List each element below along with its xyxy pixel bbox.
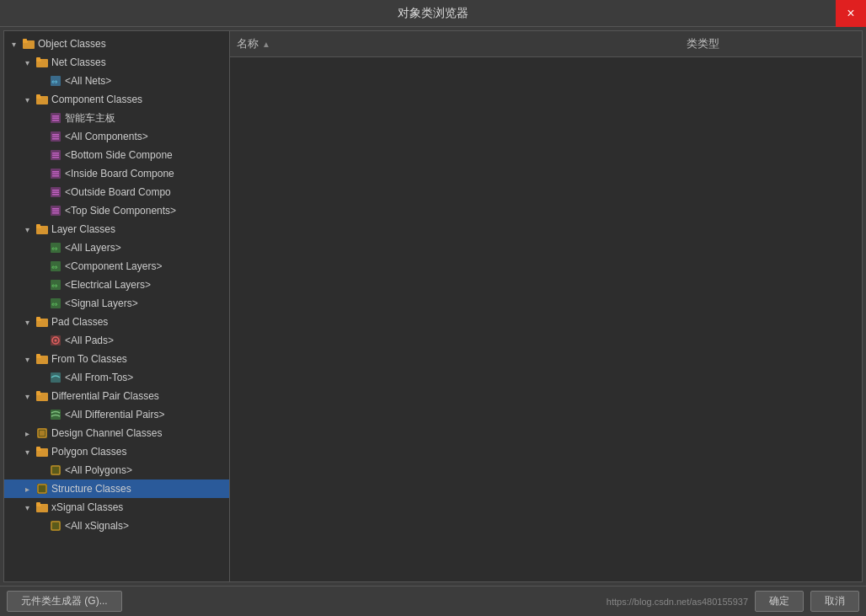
tree-item[interactable]: <All From-Tos> — [4, 368, 229, 387]
tree-item[interactable]: <All Differential Pairs> — [4, 405, 229, 424]
svg-rect-20 — [52, 153, 59, 154]
svg-rect-68 — [37, 484, 47, 494]
tree-item[interactable]: ▾ Net Classes — [4, 53, 229, 72]
tree-item-label: Pad Classes — [51, 316, 108, 328]
expand-icon[interactable] — [35, 520, 46, 532]
tree-item-label: Differential Pair Classes — [51, 390, 159, 402]
svg-rect-14 — [52, 120, 59, 121]
footer-left: 元件类生成器 (G)... — [7, 591, 122, 612]
tree-item-label: <Bottom Side Compone — [65, 149, 173, 161]
expand-icon[interactable] — [35, 335, 46, 346]
expand-icon[interactable]: ▾ — [8, 38, 19, 50]
tree-item[interactable]: <All xSignals> — [4, 517, 229, 535]
expand-icon[interactable]: ▾ — [21, 390, 33, 402]
expand-icon[interactable]: ▾ — [21, 94, 33, 105]
expand-icon[interactable] — [35, 75, 46, 87]
expand-icon[interactable]: ▸ — [21, 483, 33, 495]
svg-rect-29 — [52, 192, 59, 194]
tree-item[interactable]: ⇔ <All Layers> — [4, 238, 229, 257]
confirm-button[interactable]: 确定 — [755, 591, 804, 612]
svg-rect-72 — [36, 502, 40, 505]
tree-item[interactable]: ▸ Design Channel Classes — [4, 424, 229, 442]
svg-rect-18 — [52, 138, 59, 140]
svg-rect-28 — [52, 190, 59, 191]
expand-icon[interactable] — [35, 260, 46, 272]
svg-rect-13 — [52, 118, 59, 120]
expand-icon[interactable] — [35, 205, 46, 217]
tree-item[interactable]: <Bottom Side Compone — [4, 146, 229, 164]
generator-button[interactable]: 元件类生成器 (G)... — [7, 591, 122, 612]
tree-item[interactable]: ▾ Component Classes — [4, 90, 229, 109]
tree-item[interactable]: ▾ Differential Pair Classes — [4, 387, 229, 405]
tree-item[interactable]: ▾ Pad Classes — [4, 313, 229, 331]
svg-rect-48 — [36, 317, 40, 319]
folder-small-icon — [35, 352, 49, 366]
cancel-button[interactable]: 取消 — [810, 591, 859, 612]
tree-item[interactable]: ⇔ <Electrical Layers> — [4, 276, 229, 294]
expand-icon[interactable]: ▾ — [21, 316, 33, 328]
tree-item[interactable]: <Outside Board Compo — [4, 183, 229, 201]
col-name-label: 名称 — [237, 36, 259, 51]
tree-item[interactable]: ▾ From To Classes — [4, 350, 229, 368]
expand-icon[interactable] — [35, 186, 46, 198]
tree-item[interactable]: ▾ Object Classes — [4, 35, 229, 53]
window-title: 对象类浏览器 — [398, 6, 468, 21]
close-button[interactable]: × — [836, 0, 866, 27]
tree-item[interactable]: ▾ Layer Classes — [4, 220, 229, 238]
expand-icon[interactable]: ▸ — [21, 427, 33, 439]
folder-small-icon — [35, 501, 49, 514]
expand-icon[interactable] — [35, 131, 46, 142]
tree-item-label: <Outside Board Compo — [65, 186, 171, 198]
tree-item-label: <All Differential Pairs> — [65, 409, 165, 420]
tree-item[interactable]: <All Polygons> — [4, 461, 229, 479]
tree-item[interactable]: ▾ Polygon Classes — [4, 442, 229, 461]
sort-arrow: ▲ — [262, 40, 270, 49]
svg-text:⇔: ⇔ — [51, 300, 58, 308]
tree-item[interactable]: <Top Side Components> — [4, 201, 229, 220]
tree-item-label: Object Classes — [38, 38, 106, 50]
expand-icon[interactable] — [35, 279, 46, 291]
tree-item[interactable]: 智能车主板 — [4, 109, 229, 127]
tree-item[interactable]: ▸ Structure Classes — [4, 479, 229, 498]
expand-icon[interactable] — [35, 409, 46, 420]
layer-icon: ⇔ — [49, 278, 62, 292]
svg-rect-62 — [40, 431, 45, 436]
expand-icon[interactable] — [35, 372, 46, 383]
tree-item-label: Component Classes — [51, 94, 142, 105]
expand-icon[interactable] — [35, 464, 46, 476]
tree-item-label: 智能车主板 — [65, 111, 115, 126]
tree-item[interactable]: <All Pads> — [4, 331, 229, 350]
svg-rect-21 — [52, 155, 59, 157]
folder-small-icon — [35, 315, 49, 329]
folder-small-icon — [35, 445, 49, 458]
expand-icon[interactable] — [35, 297, 46, 309]
svg-rect-22 — [52, 157, 59, 158]
tree-item[interactable]: <Inside Board Compone — [4, 164, 229, 183]
expand-icon[interactable] — [35, 242, 46, 254]
tree-panel[interactable]: ▾ Object Classes▾ Net Classes ⇔ <All Net… — [4, 31, 230, 581]
expand-icon[interactable]: ▾ — [21, 446, 33, 458]
table-header: 名称 ▲ 类类型 — [230, 31, 862, 57]
svg-rect-58 — [36, 391, 40, 394]
tree-item[interactable]: <All Components> — [4, 127, 229, 146]
expand-icon[interactable]: ▾ — [21, 223, 33, 235]
tree-item-label: Layer Classes — [51, 223, 115, 235]
expand-icon[interactable]: ▾ — [21, 56, 33, 68]
expand-icon[interactable] — [35, 149, 46, 161]
svg-rect-5 — [36, 57, 40, 60]
expand-icon[interactable] — [35, 168, 46, 179]
col-type-header: 类类型 — [687, 36, 855, 51]
expand-icon[interactable]: ▾ — [21, 353, 33, 365]
expand-icon[interactable] — [35, 112, 46, 124]
svg-rect-26 — [52, 175, 59, 177]
component-icon — [49, 185, 62, 199]
tree-item[interactable]: ⇔ <Signal Layers> — [4, 294, 229, 313]
svg-rect-65 — [36, 447, 40, 449]
svg-text:⇔: ⇔ — [51, 78, 58, 86]
tree-item[interactable]: ⇔ <Component Layers> — [4, 257, 229, 276]
expand-icon[interactable]: ▾ — [21, 501, 33, 513]
tree-item[interactable]: ▾ xSignal Classes — [4, 498, 229, 517]
tree-item-label: <All Pads> — [65, 335, 114, 346]
tree-item[interactable]: ⇔ <All Nets> — [4, 72, 229, 90]
folder-small-icon — [35, 222, 49, 236]
